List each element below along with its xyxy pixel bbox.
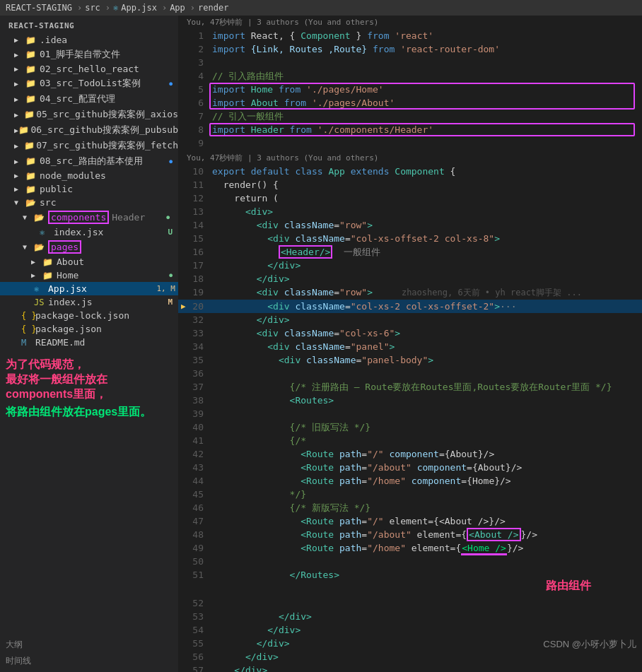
folder-icon: 📁: [25, 94, 38, 104]
sidebar-item-index-js[interactable]: JS index.js M: [0, 295, 178, 309]
line-5: 5 import Home from './pages/Home': [178, 83, 642, 96]
line-48: 48 <Route path="/about" element={<About …: [178, 528, 642, 541]
header-comp-highlight: <Header/>: [279, 245, 332, 259]
sidebar-item-label: 04_src_配置代理: [40, 93, 115, 105]
line-17: 17 </div>: [178, 259, 642, 272]
line-57: 57 </div>: [178, 664, 642, 672]
md-icon: M: [21, 338, 34, 348]
sidebar-item-label: 07_src_github搜索案例_fetch: [36, 139, 178, 152]
sidebar-item-label: 06_src_github搜索案例_pubsub: [30, 124, 178, 136]
line-12: 12 return (: [178, 191, 642, 205]
line-35: 35 <div className="panel-body">: [178, 353, 642, 367]
code-container[interactable]: You, 47秒钟前 | 3 authors (You and others) …: [178, 16, 642, 672]
chevron-right-icon: ▶: [14, 142, 24, 150]
line-40: 40 {/* 旧版写法 */}: [178, 420, 642, 434]
sidebar-item-07[interactable]: ▶ 📁 07_src_github搜索案例_fetch: [0, 138, 178, 153]
sidebar-item-public[interactable]: ▶ 📁 public: [0, 182, 178, 196]
sidebar-item-pages[interactable]: ▼ 📂 pages: [0, 239, 178, 255]
sidebar-title: REACT-STAGING: [0, 16, 178, 33]
line-53: 53 </div>: [178, 610, 642, 623]
sidebar-item-package-json[interactable]: { } package.json: [0, 322, 178, 336]
chevron-right-icon: ▶: [14, 65, 25, 73]
import-header-block: 8 import Header from './components/Heade…: [178, 123, 642, 136]
line-14: 14 <div className="row">: [178, 218, 642, 232]
folder-icon: 📁: [25, 35, 38, 45]
json-icon: { }: [21, 324, 34, 334]
breadcrumb-file: App.jsx: [121, 3, 157, 13]
chevron-right-icon: ▶: [31, 271, 42, 279]
chevron-right-icon: ▶: [14, 185, 25, 193]
annotation-text-3: 将路由组件放在pages里面。: [6, 405, 173, 420]
sidebar-item-label: Home: [57, 270, 78, 281]
sidebar-item-01[interactable]: ▶ 📁 01_脚手架自带文件: [0, 47, 178, 62]
sidebar-item-05[interactable]: ▶ 📁 05_src_github搜索案例_axios: [0, 107, 178, 122]
chevron-right-icon: ▶: [14, 51, 25, 59]
sidebar-item-idea[interactable]: ▶ 📁 .idea: [0, 33, 178, 47]
modified-dot: ●: [169, 158, 173, 165]
sidebar-item-label: README.md: [35, 337, 85, 348]
folder-icon: 📁: [18, 125, 29, 135]
sidebar-annotation: 为了代码规范， 最好将一般组件放在components里面， 将路由组件放在pa…: [0, 355, 178, 423]
sidebar-item-components[interactable]: ▼ 📂 components Header ●: [0, 209, 178, 225]
sidebar-item-02[interactable]: ▶ 📁 02_src_hello_react: [0, 62, 178, 76]
arrow-indicator: ▶: [181, 300, 186, 313]
sidebar-item-node-modules[interactable]: ▶ 📁 node_modules: [0, 169, 178, 182]
sidebar-item-home[interactable]: ▶ 📁 Home ●: [0, 269, 178, 282]
sidebar-item-04[interactable]: ▶ 📁 04_src_配置代理: [0, 91, 178, 107]
project-name: REACT-STAGING: [6, 3, 72, 13]
chevron-right-icon: ▶: [14, 111, 24, 119]
sidebar-item-label: index.jsx: [54, 227, 103, 237]
folder-icon: 📁: [42, 271, 55, 281]
folder-icon: 📁: [25, 78, 38, 88]
editor-area: You, 47秒钟前 | 3 authors (You and others) …: [178, 16, 642, 672]
line-49: 49 <Route path="/home" element={<Home />…: [178, 541, 642, 555]
sidebar-item-08[interactable]: ▶ 📁 08_src_路由的基本使用 ●: [0, 153, 178, 169]
modified-dot: ●: [169, 81, 173, 87]
sidebar-item-06[interactable]: ▶ 📁 06_src_github搜索案例_pubsub: [0, 122, 178, 138]
sidebar-item-label: 01_脚手架自带文件: [40, 48, 120, 61]
code-meta-2: You, 47秒钟前 | 3 authors (You and others): [178, 151, 642, 165]
sidebar-item-package-lock[interactable]: { } package-lock.json: [0, 309, 178, 322]
chevron-down-icon: ▼: [23, 243, 34, 251]
annotation-text-1: 为了代码规范，: [6, 358, 173, 372]
sidebar-item-readme[interactable]: M README.md: [0, 336, 178, 349]
line-16-wrapper: 16 <Header/> 一般组件: [178, 245, 642, 259]
breadcrumb-src: src: [85, 3, 100, 13]
sidebar-item-index-jsx[interactable]: ⚛ index.jsx U: [0, 225, 178, 239]
import-routes-block: 5 import Home from './pages/Home' 6 impo…: [178, 83, 642, 110]
line-col-badge: 1, M: [157, 284, 176, 293]
folder-icon: 📁: [25, 64, 38, 74]
folder-open-icon: 📂: [25, 198, 38, 208]
folder-icon: 📁: [25, 156, 38, 166]
line-3: 3: [178, 56, 642, 69]
header-annotation-label: 一般组件: [338, 247, 380, 257]
folder-open-icon: 📂: [34, 242, 47, 252]
sidebar-bottom: 大纲 时间线: [0, 634, 178, 672]
annotation-text-2: 最好将一般组件放在components里面，: [6, 372, 173, 402]
js-icon: JS: [34, 297, 47, 307]
sidebar-item-label: package.json: [35, 324, 102, 334]
sidebar-timeline[interactable]: 时间线: [6, 653, 173, 669]
line-10: 10 export default class App extends Comp…: [178, 165, 642, 178]
sidebar-item-label: .idea: [40, 35, 67, 45]
line-52: 52: [178, 596, 642, 610]
sidebar-item-app-jsx[interactable]: ⚛ App.jsx 1, M: [0, 282, 178, 295]
json-icon: { }: [21, 311, 34, 321]
line-2: 2 import {Link, Routes ,Route} from 'rea…: [178, 42, 642, 56]
folder-icon: 📁: [24, 141, 35, 151]
line-46: 46 {/* 新版写法 */}: [178, 501, 642, 514]
sidebar-item-src[interactable]: ▼ 📂 src: [0, 196, 178, 209]
folder-icon: 📁: [25, 49, 38, 59]
sidebar-outline[interactable]: 大纲: [6, 637, 173, 653]
sidebar-item-label: public: [40, 184, 73, 194]
line-38: 38 <Routes>: [178, 394, 642, 407]
line-50: 50: [178, 555, 642, 568]
folder-open-icon: 📂: [34, 213, 47, 223]
line-7: 7 // 引入一般组件: [178, 110, 642, 123]
line-20: ▶ 20 <div className="col-xs-2 col-xs-off…: [178, 300, 642, 313]
line-41: 41 {/*: [178, 434, 642, 447]
line-34: 34 <div className="panel">: [178, 340, 642, 353]
sidebar-item-03[interactable]: ▶ 📁 03_src_TodoList案例 ●: [0, 76, 178, 91]
react-icon: ⚛: [34, 284, 47, 294]
sidebar-item-about[interactable]: ▶ 📁 About: [0, 255, 178, 269]
